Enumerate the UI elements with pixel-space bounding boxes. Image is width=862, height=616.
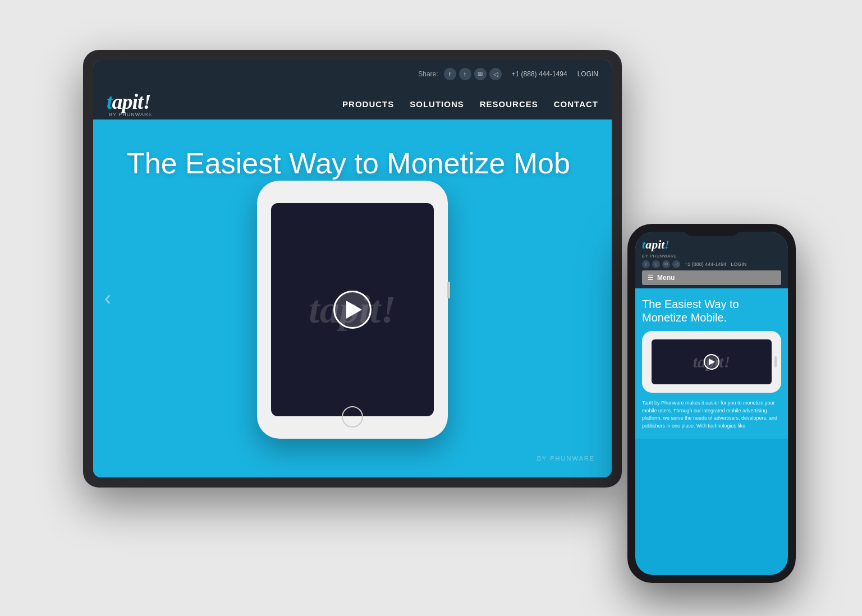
nav-contact[interactable]: CONTACT (554, 99, 598, 109)
phone-video-mockup: tapit! (642, 331, 781, 393)
phone-outer-shell: tapit! (257, 181, 448, 439)
tablet-header-top: Share: f t ✉ ◁ +1 (888) 444-1494 LOGIN (107, 60, 598, 88)
tablet-hero-heading: The Easiest Way to Monetize Mob (127, 148, 570, 180)
menu-label: Menu (657, 274, 675, 282)
nav-solutions[interactable]: SOLUTIONS (410, 99, 464, 109)
phone-menu-bar[interactable]: ☰ Menu (642, 270, 781, 285)
nav-products[interactable]: PRODUCTS (342, 99, 394, 109)
share-label: Share: (418, 70, 438, 78)
tablet-phone-number: +1 (888) 444-1494 (512, 70, 567, 78)
phone-screen-header: tapit! BY PHUNWARE f t ✉ ◁ +1 (888) 444-… (635, 232, 788, 288)
logo-tap-text: tapit! (107, 91, 150, 112)
phone-phone-number: +1 (888) 444-1494 (685, 261, 726, 267)
phone-home-btn-small (774, 356, 777, 367)
tablet-body: The Easiest Way to Monetize Mob ‹ tapit! (93, 119, 612, 477)
twitter-icon[interactable]: t (459, 68, 471, 80)
phone-facebook-icon[interactable]: f (642, 260, 650, 268)
tablet-header-bottom: tapit! BY PHUNWARE PRODUCTS SOLUTIONS RE… (107, 88, 598, 119)
phunware-watermark: BY PHUNWARE (537, 455, 595, 462)
tablet-logo: tapit! BY PHUNWARE (107, 91, 153, 117)
phone-screen-body: The Easiest Way toMonetize Mobile. tapit… (635, 288, 788, 439)
nav-resources[interactable]: RESOURCES (480, 99, 538, 109)
phone-description: TapIt by Phunware makes it easier for yo… (642, 399, 781, 430)
tablet-nav: PRODUCTS SOLUTIONS RESOURCES CONTACT (342, 99, 598, 109)
hamburger-icon: ☰ (648, 274, 654, 282)
phone-play-button[interactable] (704, 354, 719, 370)
logo-main-text: tapit! (107, 91, 153, 112)
phone-login: LOGIN (731, 261, 746, 267)
phone-logo: tapit! (642, 237, 781, 252)
phone-logo-text: tapit! (642, 237, 670, 251)
tablet-screen: Share: f t ✉ ◁ +1 (888) 444-1494 LOGIN t… (93, 60, 612, 477)
phone-device-screen: tapit! BY PHUNWARE f t ✉ ◁ +1 (888) 444-… (635, 232, 788, 575)
phone-device: tapit! BY PHUNWARE f t ✉ ◁ +1 (888) 444-… (627, 224, 796, 583)
phone-email-icon[interactable]: ✉ (662, 260, 670, 268)
phone-logo-sub: BY PHUNWARE (642, 254, 781, 258)
phone-twitter-icon[interactable]: t (652, 260, 660, 268)
phone-notch (684, 224, 740, 236)
play-triangle-icon (346, 301, 362, 319)
email-icon[interactable]: ✉ (474, 68, 487, 80)
video-play-button[interactable] (333, 291, 372, 329)
scene: Share: f t ✉ ◁ +1 (888) 444-1494 LOGIN t… (66, 33, 796, 583)
social-icons-group: f t ✉ ◁ (444, 68, 502, 80)
phone-play-triangle (709, 358, 715, 365)
carousel-prev-arrow[interactable]: ‹ (104, 287, 111, 310)
phone-video-inner: tapit! (652, 339, 771, 384)
share-icon[interactable]: ◁ (489, 68, 502, 80)
phone-home-button (342, 406, 363, 427)
tablet-header: Share: f t ✉ ◁ +1 (888) 444-1494 LOGIN t… (93, 60, 612, 119)
tablet-device: Share: f t ✉ ◁ +1 (888) 444-1494 LOGIN t… (83, 50, 622, 488)
login-button[interactable]: LOGIN (577, 70, 598, 78)
tablet-phone-mockup: tapit! (257, 181, 448, 439)
phone-social-row: f t ✉ ◁ +1 (888) 444-1494 LOGIN (642, 260, 781, 268)
phone-share-icon[interactable]: ◁ (672, 260, 680, 268)
phone-hero-heading: The Easiest Way toMonetize Mobile. (642, 297, 781, 324)
phone-side-button (447, 282, 450, 298)
logo-subtitle: BY PHUNWARE (109, 112, 153, 117)
phone-screen-video: tapit! (271, 203, 434, 416)
facebook-icon[interactable]: f (444, 68, 456, 80)
